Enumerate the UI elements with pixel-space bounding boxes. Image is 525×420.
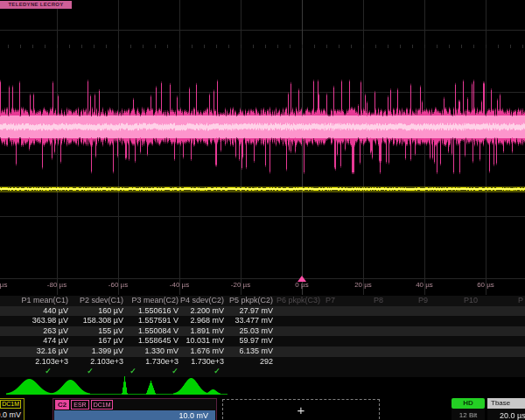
oscilloscope-screen: -100 µs-80 µs-60 µs-40 µs-20 µs0 µs20 µs… [0,0,525,420]
measurement-header-inactive[interactable]: P7 [326,296,335,306]
measurement-value: 33.477 mV [212,316,273,326]
measurement-header-inactive[interactable]: P8 [374,296,383,306]
c2-volts-per-div: 10.0 mV [54,410,215,420]
timebase-descriptor[interactable]: Tbase 20.0 µs [487,398,525,420]
c1-coupling-badge: DC1M [0,400,21,409]
measurement-value: 292 [212,357,273,368]
time-axis-label: -40 µs [170,281,189,289]
c2-channel-badge: C2 [55,400,69,410]
hd-badge: HD [452,398,485,409]
measurement-value: 25.03 mV [212,326,273,337]
channel-c2-descriptor[interactable]: C2ESRDC1M 10.0 mV [52,398,217,420]
measurement-value: 27.97 mV [212,306,273,317]
c1-volts-per-div: 10.0 mV [0,410,21,419]
stat-row-min: 263 µV155 µV1.550084 V1.891 mV25.03 mV [0,326,525,337]
channel-c1-descriptor[interactable]: DC1M 10.0 mV [0,398,24,420]
measurement-value: 474 µV [7,336,68,346]
hd-mode-indicator[interactable]: HD 12 Bit [452,398,485,420]
measurement-header-inactive[interactable]: P9 [418,296,428,306]
measurement-header-p5[interactable]: P5 pkpk(C2) [212,296,273,306]
add-trace-button[interactable]: + [222,399,380,420]
measurement-table: P1 mean(C1)P2 sdev(C1)P3 mean(C2)P4 sdev… [0,296,525,378]
stat-row-value: 440 µV160 µV1.550616 V2.200 mV27.97 mV [0,306,525,317]
c2-esr-badge: ESR [71,400,88,410]
time-axis-label: 20 µs [354,281,372,289]
measurement-value: 158.308 µV [62,316,123,326]
time-axis-label: -100 µs [0,281,7,289]
measurement-value: 1.399 µV [62,346,123,357]
measurement-header-p2[interactable]: P2 sdev(C1) [62,296,123,306]
measurement-value: 167 µV [62,336,123,346]
measurement-value: 6.135 mV [212,346,273,357]
time-axis-label: -80 µs [47,281,66,289]
measurement-header-inactive[interactable]: P [518,296,523,306]
scope-grid-display[interactable] [0,0,525,296]
trigger-time-marker-icon[interactable] [298,276,306,282]
brand-badge: TELEDYNE LECROY [0,1,72,9]
time-axis-label: 0 µs [295,281,308,289]
measurement-value: 155 µV [62,326,123,337]
measurement-value: 363.98 µV [7,316,68,326]
time-axis-label: 60 µs [477,281,494,289]
measurement-value: 59.97 mV [212,336,273,346]
hd-bits-label: 12 Bit [452,411,485,419]
stat-row-max: 474 µV167 µV1.558645 V10.031 mV59.97 mV [0,336,525,346]
measurement-header-inactive[interactable]: P10 [464,296,478,306]
measurement-header-p1[interactable]: P1 mean(C1) [7,296,68,306]
measurement-value: 2.103e+3 [62,357,123,368]
measurement-header-inactive[interactable]: P6 pkpk(C3) [276,296,320,306]
measurement-value: 160 µV [62,306,123,317]
time-axis-label: -60 µs [108,281,128,289]
measurement-value: 2.103e+3 [7,357,68,368]
measurement-value: 32.16 µV [7,346,68,357]
time-axis-label: 40 µs [416,281,433,289]
timebase-title: Tbase [487,398,525,409]
timebase-value: 20.0 µs [500,411,525,420]
c2-dc1m-badge: DC1M [91,400,114,410]
time-axis-label: -20 µs [231,281,250,289]
measurement-value: 263 µV [7,326,68,337]
measurement-value: 440 µV [7,306,68,317]
stat-row-mean: 363.98 µV158.308 µV1.557591 V2.968 mV33.… [0,316,525,326]
stat-row-sdev: 32.16 µV1.399 µV1.330 mV1.676 mV6.135 mV [0,346,525,357]
stat-row-num: 2.103e+32.103e+31.730e+31.730e+3292 [0,357,525,368]
measurement-histicons[interactable] [0,375,525,398]
